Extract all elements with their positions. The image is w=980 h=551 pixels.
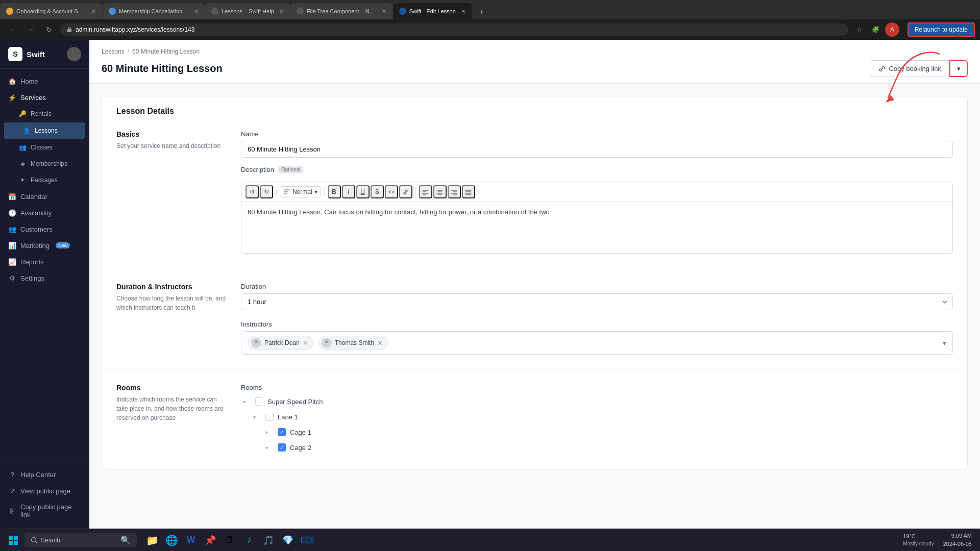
sidebar-item-rentals[interactable]: 🔑 Rentals — [0, 106, 89, 122]
format-icon — [283, 188, 290, 195]
back-button[interactable]: ← — [5, 22, 19, 37]
toolbar-separator-2 — [324, 187, 325, 197]
tab-close-icon[interactable]: ✕ — [194, 8, 199, 15]
taskbar-browser[interactable]: 🌐 — [162, 531, 181, 549]
breadcrumb-lessons-link[interactable]: Lessons — [102, 48, 125, 55]
link-toolbar-button[interactable] — [399, 185, 412, 198]
memberships-icon: ◈ — [18, 160, 27, 168]
user-avatar[interactable] — [67, 47, 81, 61]
new-tab-button[interactable]: + — [474, 5, 488, 19]
align-center-button[interactable] — [433, 185, 447, 198]
taskbar-word[interactable]: W — [182, 531, 200, 549]
view-public-icon: ↗ — [8, 487, 16, 495]
tab-close-icon[interactable]: ✕ — [461, 8, 465, 15]
sidebar-logo: S Swift — [0, 40, 89, 69]
description-editor: ↺ ↻ Normal ▾ B I — [241, 182, 953, 254]
sidebar-item-calendar[interactable]: 📅 Calendar — [0, 188, 89, 205]
align-right-button[interactable] — [448, 185, 461, 198]
taskbar-app5[interactable]: 📌 — [201, 531, 219, 549]
tab-close-icon[interactable]: ✕ — [382, 8, 386, 15]
remove-instructor-patrick[interactable]: ✕ — [303, 340, 308, 346]
lesson-details-title: Lesson Details — [102, 96, 967, 116]
room-chevron-cage1[interactable]: ▾ — [265, 430, 274, 435]
sidebar-item-view-public[interactable]: ↗ View public page — [0, 483, 89, 499]
description-content[interactable]: 60 Minute Hitting Lesson. Can focus on h… — [241, 202, 952, 253]
start-button[interactable] — [4, 531, 22, 549]
sidebar-item-availability[interactable]: 🕐 Availability — [0, 205, 89, 221]
sidebar-item-services[interactable]: ⚡ Services — [0, 89, 89, 106]
tab-swift-edit[interactable]: Swift - Edit Lesson ✕ — [393, 3, 472, 19]
copy-link-icon: ⎘ — [8, 507, 16, 515]
room-checkbox-lane1[interactable] — [265, 413, 274, 421]
toolbar-separator — [276, 187, 277, 197]
sidebar-item-reports[interactable]: 📈 Reports — [0, 254, 89, 270]
tab-bar: Onboarding & Account Setup ✕ Membership … — [0, 0, 980, 19]
taskbar-vscode[interactable]: ⌨ — [298, 531, 316, 549]
content-area: Lesson Details Basics Set your service n… — [89, 84, 980, 482]
taskbar-system-icons: 19°C Mostly cloudy 9:09 AM 2024-06-05 — [899, 530, 976, 550]
home-icon: 🏠 — [8, 77, 16, 85]
name-input[interactable] — [241, 141, 953, 158]
undo-button[interactable]: ↺ — [246, 185, 259, 198]
text-style-select[interactable]: Normal ▾ — [280, 186, 321, 197]
underline-button[interactable]: U — [356, 185, 370, 198]
relaunch-button[interactable]: Relaunch to update — [908, 22, 975, 37]
reload-button[interactable]: ↻ — [42, 22, 56, 37]
sidebar-item-lessons[interactable]: 👤 Lessons — [4, 122, 85, 139]
sidebar-item-help[interactable]: ? Help Center — [0, 466, 89, 483]
sidebar-item-marketing[interactable]: 📊 Marketing New — [0, 237, 89, 254]
taskbar-app9[interactable]: 💎 — [279, 531, 297, 549]
address-bar[interactable]: admin.runswiftapp.xyz/services/lessons/1… — [60, 23, 848, 36]
tab-lessons-help[interactable]: Lessons – Swift Help ✕ — [205, 3, 290, 19]
page-header: Lessons / 60 Minute Hitting Lesson 60 Mi… — [89, 40, 980, 84]
room-checkbox-super-speed[interactable] — [255, 397, 263, 406]
sidebar-item-copy-link[interactable]: ⎘ Copy public page link — [0, 499, 89, 522]
sidebar-item-customers[interactable]: 👥 Customers — [0, 221, 89, 237]
sidebar-item-memberships[interactable]: ◈ Memberships — [0, 156, 89, 172]
redo-button[interactable]: ↻ — [260, 185, 273, 198]
actions-dropdown-button[interactable]: ▾ — [949, 60, 968, 77]
tab-onboarding[interactable]: Onboarding & Account Setup ✕ — [0, 3, 102, 19]
taskbar-app6[interactable]: 🗒 — [220, 531, 239, 549]
duration-label: Duration — [241, 283, 953, 290]
room-checkbox-cage2[interactable] — [278, 443, 286, 452]
room-chevron-lane1[interactable]: ▾ — [253, 414, 261, 420]
instructors-dropdown-icon[interactable]: ▾ — [943, 339, 946, 347]
services-icon: ⚡ — [8, 93, 16, 102]
svg-rect-4 — [9, 536, 13, 540]
duration-section-left: Duration & Instructors Choose how long t… — [116, 283, 229, 355]
tab-file-tree[interactable]: File Tree Component – Nextra ✕ — [290, 3, 393, 19]
forward-button[interactable]: → — [23, 22, 38, 37]
bold-button[interactable]: B — [328, 185, 341, 198]
italic-button[interactable]: I — [342, 185, 355, 198]
taskbar-app8[interactable]: 🎵 — [259, 531, 278, 549]
tab-membership[interactable]: Membership Cancellation Instr... ✕ — [103, 3, 205, 19]
sidebar-item-home[interactable]: 🏠 Home — [0, 73, 89, 89]
extensions-icon[interactable]: 🧩 — [869, 22, 883, 37]
header-actions: Copy booking link ▾ — [870, 60, 968, 77]
taskbar-search[interactable]: Search 🔍 — [24, 533, 137, 547]
copy-booking-link-button[interactable]: Copy booking link — [870, 60, 949, 77]
code-button[interactable]: <> — [385, 185, 398, 198]
sidebar-item-classes[interactable]: 👥 Classes — [0, 139, 89, 156]
align-justify-button[interactable] — [462, 185, 475, 198]
room-checkbox-cage1[interactable] — [278, 428, 286, 436]
taskbar-spotify[interactable]: ♪ — [240, 531, 258, 549]
taskbar-file-explorer[interactable]: 📁 — [143, 531, 161, 549]
room-chevron-super-speed[interactable]: ▾ — [243, 399, 251, 405]
align-left-button[interactable] — [419, 185, 432, 198]
sidebar-item-packages[interactable]: ✦ Packages — [0, 172, 89, 188]
duration-select[interactable]: 1 hour — [241, 293, 953, 310]
tab-close-icon[interactable]: ✕ — [91, 8, 96, 15]
rooms-list: ▾ Super Speed Pitch ▾ Lane 1 — [241, 394, 953, 455]
sidebar-item-settings[interactable]: ⚙ Settings — [0, 270, 89, 286]
room-chevron-cage2[interactable]: ▾ — [265, 445, 274, 450]
taskbar-search-emoji: 🔍 — [120, 535, 131, 545]
main-content: Lessons / 60 Minute Hitting Lesson 60 Mi… — [89, 40, 980, 529]
bookmark-icon[interactable]: ☆ — [852, 22, 867, 37]
tab-close-icon[interactable]: ✕ — [279, 8, 284, 15]
remove-instructor-thomas[interactable]: ✕ — [377, 340, 383, 346]
profile-icon[interactable]: A — [885, 22, 899, 37]
strikethrough-button[interactable]: S — [371, 185, 384, 198]
instructors-field[interactable]: Patrick Dean ✕ Thomas Smith ✕ ▾ — [241, 331, 953, 355]
